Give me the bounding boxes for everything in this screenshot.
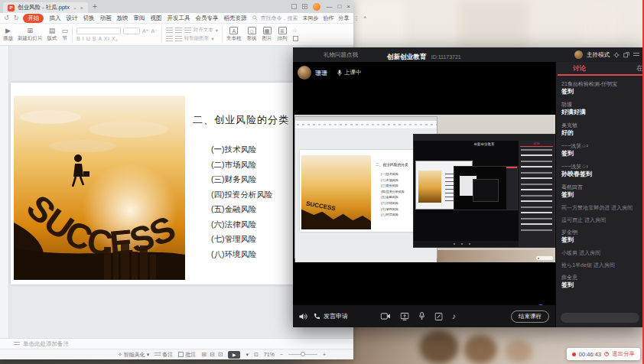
- chat-input[interactable]: [561, 313, 639, 323]
- slideshow-play-button[interactable]: ▶: [228, 351, 240, 359]
- tab-close-icon[interactable]: ×: [80, 5, 83, 11]
- align-center-icon[interactable]: [175, 28, 182, 33]
- align-text-button[interactable]: 对齐文本: [194, 27, 213, 34]
- menu-tab[interactable]: 视图: [150, 15, 161, 22]
- end-class-button[interactable]: 结束课程: [511, 310, 549, 323]
- host-avatar[interactable]: [298, 66, 311, 80]
- normal-view-icon[interactable]: ⊞: [201, 351, 207, 358]
- menu-tab[interactable]: 放映: [116, 15, 128, 22]
- font-style-button[interactable]: A: [98, 36, 102, 41]
- redo-icon[interactable]: ↻: [14, 15, 19, 21]
- more-options-icon[interactable]: ⋮: [353, 15, 359, 21]
- ribbon-button[interactable]: ◇ 形状: [247, 27, 257, 42]
- menu-tab[interactable]: 稻壳资源: [223, 15, 246, 22]
- popout-window-icon[interactable]: [623, 52, 629, 58]
- align-left-icon[interactable]: [166, 28, 173, 33]
- share-button[interactable]: 分享: [338, 15, 349, 22]
- zoom-out-button[interactable]: −: [280, 352, 283, 357]
- zoom-slider-knob[interactable]: [301, 352, 305, 356]
- font-style-button[interactable]: B: [76, 36, 80, 41]
- comments-toggle-button[interactable]: 批注: [178, 351, 196, 359]
- ribbon-button[interactable]: ▶ 播放: [3, 28, 13, 42]
- reading-view-icon[interactable]: ⊡: [218, 351, 223, 358]
- slide-bullet-list[interactable]: (一)技术风险 (二)市场风险 (三)财务风险 (四)投资分析风险 (五)金融风…: [211, 142, 273, 262]
- smart-beautify-button[interactable]: ✧ 智能美化 ▾: [118, 351, 149, 359]
- interface-mode-icon[interactable]: [291, 4, 297, 9]
- ribbon-button[interactable]: ≣ 排列: [278, 27, 288, 42]
- menu-tab[interactable]: 插入: [49, 15, 60, 22]
- ribbon-button[interactable]: ▭ 节: [62, 28, 69, 42]
- slide-thumbnail-panel[interactable]: [0, 46, 9, 338]
- tab-dropdown-icon[interactable]: ⌄: [73, 5, 77, 11]
- font-style-button[interactable]: S: [93, 36, 96, 41]
- ribbon-button[interactable]: ▤ 版式: [47, 28, 57, 42]
- zoom-level[interactable]: 71%: [264, 352, 275, 357]
- camera-icon[interactable]: [380, 313, 390, 320]
- smart-graphic-caret[interactable]: ▾: [211, 36, 213, 42]
- zoom-in-button[interactable]: +: [323, 352, 326, 357]
- menu-tab[interactable]: 审阅: [133, 15, 145, 22]
- zoom-slider-track[interactable]: [288, 354, 317, 355]
- menu-tab[interactable]: 开始: [23, 14, 44, 23]
- chat-message-text: 好满好满: [561, 108, 639, 116]
- menu-tab[interactable]: 会员专享: [195, 15, 218, 22]
- app-grid-icon[interactable]: [302, 4, 307, 9]
- menu-icon[interactable]: [633, 53, 639, 57]
- menu-tab[interactable]: 切换: [83, 15, 94, 22]
- fit-slide-icon[interactable]: ⊡: [254, 352, 259, 358]
- favorite-star-icon[interactable]: ☆: [293, 28, 298, 34]
- undo-icon[interactable]: ↺: [4, 15, 9, 21]
- host-avatar-small[interactable]: [574, 50, 583, 59]
- command-search[interactable]: 查找命令，搜索: [252, 15, 298, 22]
- host-mode-label[interactable]: 主持模式: [587, 51, 610, 59]
- bullet-list-icon[interactable]: [166, 36, 173, 41]
- font-style-button[interactable]: U: [86, 36, 90, 41]
- mic-icon[interactable]: [418, 312, 424, 320]
- font-style-button[interactable]: X²: [104, 36, 109, 41]
- menu-tab[interactable]: 动画: [99, 15, 111, 22]
- grow-font-button[interactable]: A⁺: [142, 28, 148, 34]
- font-style-button[interactable]: I: [83, 36, 84, 41]
- notes-toggle-button[interactable]: 备注: [154, 351, 173, 359]
- comment-icon: [178, 352, 184, 357]
- account-avatar[interactable]: [313, 3, 320, 11]
- slide-image-success-climb[interactable]: SUCCESS: [14, 96, 185, 280]
- collapse-ribbon-icon[interactable]: ^: [363, 15, 366, 21]
- menu-tab[interactable]: 设计: [66, 15, 77, 22]
- shrink-font-button[interactable]: A⁻: [151, 28, 157, 34]
- play-options-caret[interactable]: ▾: [246, 352, 249, 358]
- numbered-list-icon[interactable]: [175, 36, 182, 41]
- font-style-button[interactable]: X₂: [112, 36, 117, 41]
- slide-title[interactable]: 二、创业风险的分类: [193, 113, 289, 127]
- font-size-select[interactable]: [123, 28, 140, 34]
- ribbon-button[interactable]: ▦ 图片: [262, 27, 272, 42]
- menu-tab[interactable]: 开发工具: [167, 15, 190, 22]
- window-minimize-button[interactable]: —: [326, 3, 332, 10]
- new-tab-button[interactable]: +: [93, 2, 97, 11]
- chat-message-list[interactable]: 21食品检验检测-任明宝 签到 胡缠 好满好满 吴克敏 好的: [556, 76, 644, 310]
- speaker-icon[interactable]: [299, 313, 307, 320]
- music-icon[interactable]: ♪: [452, 312, 456, 320]
- settings-gear-icon[interactable]: [613, 52, 620, 58]
- slide-sorter-view-icon[interactable]: ⊟: [210, 351, 215, 358]
- ribbon-button[interactable]: A 文本框: [226, 27, 242, 42]
- align-text-caret[interactable]: ▾: [216, 28, 218, 34]
- speech-request-button[interactable]: 发言申请: [314, 312, 348, 320]
- sync-status-button[interactable]: 未同步: [302, 15, 318, 22]
- tab-discussion[interactable]: 讨论: [573, 64, 586, 73]
- shared-screen-video-area[interactable]: 珊珊 上课中: [293, 62, 555, 327]
- gift-help-link[interactable]: 礼物问题点我: [324, 51, 358, 59]
- window-close-button[interactable]: ×: [346, 3, 350, 10]
- collaborate-button[interactable]: 协作: [323, 15, 333, 22]
- more-tools-icon[interactable]: [293, 36, 298, 41]
- window-maximize-button[interactable]: □: [337, 3, 341, 10]
- whiteboard-edit-icon[interactable]: [434, 313, 442, 320]
- align-right-icon[interactable]: [184, 28, 191, 33]
- screen-share-icon[interactable]: [400, 313, 408, 320]
- ribbon-button[interactable]: ⊞ 新建幻灯片: [18, 28, 43, 42]
- font-family-select[interactable]: [76, 28, 121, 34]
- smart-graphic-button[interactable]: 转智能图形: [184, 35, 210, 42]
- exit-share-button[interactable]: 退出分享: [612, 350, 635, 358]
- document-tab[interactable]: P 创业风险 - 社瓜.pptx ⌄ ×: [3, 2, 88, 13]
- notes-bar[interactable]: 单击此处添加备注: [0, 338, 353, 349]
